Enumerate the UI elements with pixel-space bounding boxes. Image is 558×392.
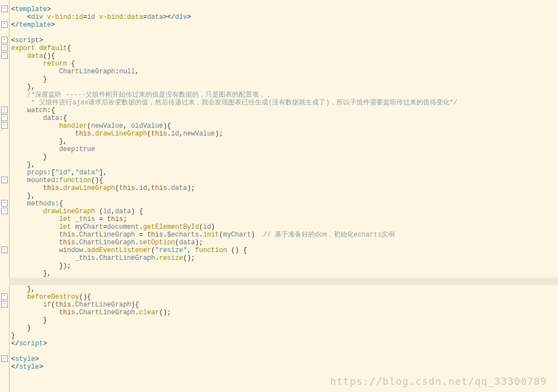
- code-line[interactable]: * 父组件进行ajax请求后改变数据的值，然后传递过来，就会发现图表已经生成(没…: [9, 99, 558, 107]
- code-line[interactable]: beforeDestroy(){: [9, 293, 558, 301]
- code-line[interactable]: props:["id","data"],: [9, 169, 558, 177]
- code-line[interactable]: </style>: [9, 363, 558, 371]
- code-line[interactable]: [9, 29, 558, 37]
- code-line[interactable]: this.ChartLineGraph.clear();: [9, 309, 558, 316]
- code-line[interactable]: <script>: [9, 37, 558, 44]
- code-line[interactable]: },: [9, 83, 558, 91]
- fold-marker[interactable]: -: [1, 52, 8, 59]
- code-line[interactable]: drawLineGraph (id,data) {: [9, 208, 558, 215]
- code-line[interactable]: if(this.ChartLineGraph){: [9, 301, 558, 309]
- code-line[interactable]: });: [9, 262, 558, 270]
- code-line[interactable]: window.addEventListener("resize", functi…: [9, 247, 558, 254]
- fold-marker[interactable]: -: [1, 6, 8, 12]
- code-line[interactable]: }: [9, 76, 558, 83]
- code-line[interactable]: },: [9, 192, 558, 200]
- code-line[interactable]: this.ChartLineGraph = this.$echarts.init…: [9, 231, 558, 239]
- code-line[interactable]: this.drawLineGraph(this.id,this.data);: [9, 184, 558, 192]
- code-line[interactable]: [9, 278, 558, 285]
- fold-marker[interactable]: -: [1, 37, 8, 43]
- fold-marker[interactable]: -: [1, 200, 8, 207]
- code-line[interactable]: ChartLineGraph:null,: [9, 68, 558, 76]
- code-line[interactable]: data(){: [9, 52, 558, 60]
- fold-marker[interactable]: -: [1, 122, 8, 129]
- code-line[interactable]: handler(newValue, oldValue){: [9, 122, 558, 130]
- code-line[interactable]: this.drawLineGraph(this.id,newValue);: [9, 130, 558, 138]
- code-line[interactable]: }: [9, 316, 558, 324]
- watermark: https://blog.csdn.net/qq_33300789: [330, 378, 547, 385]
- code-line[interactable]: </script>: [9, 340, 558, 348]
- code-line[interactable]: }: [9, 324, 558, 332]
- code-line[interactable]: mounted:function(){: [9, 177, 558, 184]
- fold-marker[interactable]: -: [1, 114, 8, 121]
- code-line[interactable]: return {: [9, 60, 558, 68]
- code-line[interactable]: },: [9, 285, 558, 293]
- fold-marker[interactable]: -: [1, 44, 8, 51]
- code-line[interactable]: }: [9, 153, 558, 161]
- code-line[interactable]: let myChart=document.getElementById(id): [9, 223, 558, 231]
- fold-marker[interactable]: -: [1, 107, 8, 113]
- code-line[interactable]: _this.ChartLineGraph.resize();: [9, 254, 558, 262]
- code-area[interactable]: <template> <div v-bind:id=id v-bind:data…: [9, 0, 558, 371]
- code-line[interactable]: <div v-bind:id=id v-bind:data=data></div…: [9, 13, 558, 21]
- code-line[interactable]: deep:true: [9, 145, 558, 153]
- code-line[interactable]: }: [9, 332, 558, 340]
- fold-marker[interactable]: -: [1, 21, 8, 28]
- fold-marker[interactable]: -: [1, 293, 8, 300]
- fold-marker[interactable]: -: [1, 301, 8, 308]
- code-editor[interactable]: --------------- <template> <div v-bind:i…: [0, 0, 558, 392]
- code-line[interactable]: </template>: [9, 21, 558, 29]
- code-line[interactable]: let _this = this;: [9, 215, 558, 223]
- code-line[interactable]: data:{: [9, 114, 558, 122]
- fold-marker[interactable]: -: [1, 247, 8, 253]
- code-line[interactable]: export default{: [9, 44, 558, 52]
- code-line[interactable]: },: [9, 138, 558, 145]
- code-line[interactable]: <style>: [9, 355, 558, 363]
- code-line[interactable]: this.ChartLineGraph.setOption(data);: [9, 239, 558, 247]
- code-line[interactable]: },: [9, 270, 558, 278]
- code-line[interactable]: watch:{: [9, 107, 558, 114]
- code-line[interactable]: <template>: [9, 6, 558, 13]
- fold-marker[interactable]: -: [1, 355, 8, 362]
- code-line[interactable]: [9, 348, 558, 355]
- gutter: ---------------: [0, 0, 9, 392]
- code-line[interactable]: },: [9, 161, 558, 169]
- fold-marker[interactable]: -: [1, 208, 8, 214]
- fold-marker[interactable]: -: [1, 177, 8, 183]
- code-line[interactable]: /*深度监听 -----父组件刚开始传过来的值是没有数据的，只是图表的配置项，，: [9, 91, 558, 99]
- code-line[interactable]: methods:{: [9, 200, 558, 208]
